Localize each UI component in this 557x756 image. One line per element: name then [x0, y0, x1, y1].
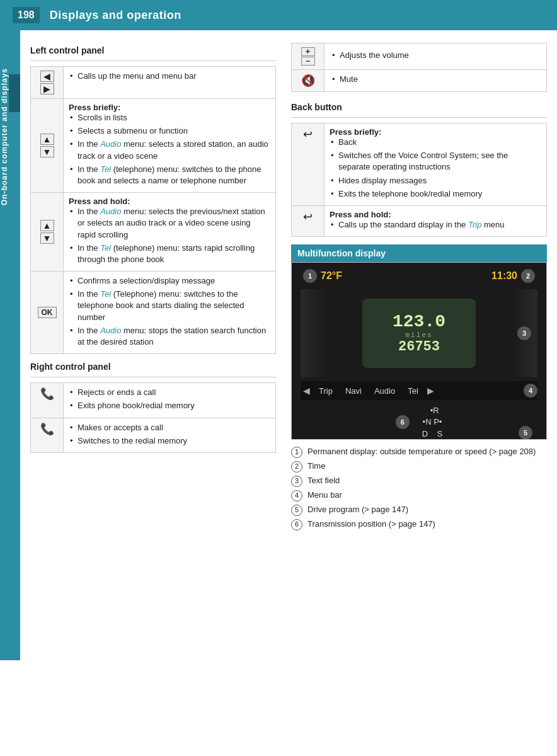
- up-arrow-icon-1: ▲: [40, 134, 54, 145]
- mfd-menu-right-arrow-icon: ▶: [425, 386, 437, 396]
- mute-icon-cell: 🔇: [292, 70, 324, 92]
- list-item: Makes or accepts a call: [69, 422, 270, 433]
- ok-icon: OK: [38, 307, 57, 318]
- mfd-temp: 72°F: [321, 270, 342, 282]
- mfd-circle-1: 1: [303, 269, 317, 283]
- back-button-title: Back button: [291, 102, 547, 112]
- table-row: OK Confirms a selection/display message …: [31, 272, 276, 354]
- mfd-top-bar: 1 72°F 11:30 2: [301, 269, 537, 283]
- list-item: Back: [330, 137, 541, 148]
- mfd-unit: miles: [405, 331, 432, 339]
- table-row: ↩ Press and hold: Calls up the standard …: [292, 205, 547, 236]
- list-item: Adjusts the volume: [331, 50, 540, 61]
- end-call-icon-cell: 📞: [31, 383, 64, 418]
- mfd-gear-letters: •R •N P• D S: [422, 405, 443, 439]
- list-item: Scrolls in lists: [69, 112, 270, 123]
- mfd-bottom-area: 6 •R •N P• D S 5 P54.33-2254-31: [301, 405, 537, 439]
- mfd-menu-audio: Audio: [368, 385, 401, 397]
- right-panel-table: 📞 Rejects or ends a call Exits phone boo…: [30, 382, 276, 453]
- mfd-display-wrapper: 1 72°F 11:30 2: [291, 262, 547, 440]
- press-briefly-label-1: Press briefly:: [69, 103, 270, 112]
- end-call-icon: 📞: [40, 387, 54, 400]
- ok-button-cell: OK: [31, 272, 64, 354]
- left-panel-title: Left control panel: [30, 45, 276, 55]
- press-briefly-label-2: Press briefly:: [330, 127, 541, 137]
- ud-arrow-icon-cell-2: ▲ ▼: [31, 193, 64, 272]
- back-press-briefly-desc: Press briefly: Back Switches off the Voi…: [324, 123, 547, 206]
- back-icon-cell-2: ↩: [292, 205, 324, 236]
- mfd-menu-tel: Tel: [401, 385, 425, 397]
- mfd-circle-6: 6: [396, 415, 410, 429]
- table-row: ▲ ▼ Press and hold: In the Audio menu: s…: [31, 193, 276, 272]
- list-item: Exits phone book/redial memory: [69, 400, 270, 411]
- ok-desc: Confirms a selection/display message In …: [64, 272, 276, 354]
- list-item: Exits the telephone book/redial memory: [330, 188, 541, 200]
- volume-desc: Adjusts the volume: [324, 43, 547, 70]
- table-row: 📞 Rejects or ends a call Exits phone boo…: [31, 383, 276, 418]
- right-column: + − Adjusts the volume 🔇: [291, 43, 547, 648]
- table-row: ↩ Press briefly: Back Switches off the V…: [292, 123, 547, 206]
- press-hold-label-2: Press and hold:: [330, 210, 541, 219]
- main-content: Left control panel ◀ ▶ Calls up the menu…: [20, 30, 557, 660]
- table-row: + − Adjusts the volume: [292, 43, 547, 70]
- left-arrow-icon: ◀: [40, 71, 54, 82]
- end-call-desc: Rejects or ends a call Exits phone book/…: [64, 383, 276, 418]
- legend-num-5: 5: [291, 505, 302, 516]
- list-item: Rejects or ends a call: [69, 387, 270, 398]
- accept-call-icon: 📞: [40, 423, 54, 435]
- list-item: In the Tel (telephone) menu: switches to…: [69, 164, 270, 186]
- list-item: Mute: [331, 74, 540, 85]
- back-icon-cell-1: ↩: [292, 123, 324, 206]
- table-row: ▲ ▼ Press briefly: Scrolls in lists Sele…: [31, 99, 276, 193]
- legend-text-6: Transmission position (> page 147): [307, 518, 435, 530]
- mfd-circle-5: 5: [519, 426, 532, 439]
- legend-item-5: 5 Drive program (> page 147): [291, 504, 547, 516]
- list-item: Switches off the Voice Control System; s…: [330, 150, 541, 173]
- legend-item-1: 1 Permanent display: outside temperature…: [291, 446, 547, 458]
- down-arrow-icon-1: ▼: [40, 146, 54, 158]
- legend-num-6: 6: [291, 519, 302, 530]
- mute-icon: 🔇: [301, 74, 315, 87]
- legend-item-4: 4 Menu bar: [291, 490, 547, 501]
- table-row: 🔇 Mute: [292, 70, 547, 92]
- back-press-hold-desc: Press and hold: Calls up the standard di…: [324, 205, 547, 236]
- plus-icon: +: [301, 47, 315, 56]
- right-arrow-icon: ▶: [40, 83, 54, 94]
- plus-minus-icon: + −: [298, 47, 318, 66]
- accept-call-icon-cell: 📞: [31, 418, 64, 452]
- mfd-legend: 1 Permanent display: outside temperature…: [291, 446, 547, 530]
- mfd-center-area: 123.0 miles 26753 3: [301, 289, 537, 377]
- legend-item-6: 6 Transmission position (> page 147): [291, 518, 547, 530]
- legend-num-1: 1: [291, 447, 302, 458]
- minus-icon: −: [301, 57, 315, 66]
- legend-text-5: Drive program (> page 147): [307, 504, 408, 515]
- mfd-time: 11:30: [491, 270, 517, 282]
- table-row: ◀ ▶ Calls up the menu and menu bar: [31, 67, 276, 99]
- page-number: 198: [13, 7, 40, 23]
- mfd-left-panel: [301, 289, 326, 377]
- volume-icon-cell: + −: [292, 43, 324, 70]
- legend-num-2: 2: [291, 461, 302, 472]
- list-item: Hides display messages: [330, 175, 541, 186]
- volume-table: + − Adjusts the volume 🔇: [291, 43, 547, 92]
- ud-arrow-icon-cell-1: ▲ ▼: [31, 99, 64, 193]
- legend-item-3: 3 Text field: [291, 475, 547, 487]
- back-button-table: ↩ Press briefly: Back Switches off the V…: [291, 123, 547, 237]
- side-tab-accent: [9, 74, 20, 112]
- press-hold-label-1: Press and hold:: [69, 197, 270, 206]
- page-title: Displays and operation: [50, 9, 181, 22]
- back-icon-2: ↩: [303, 210, 313, 223]
- list-item: Calls up the menu and menu bar: [69, 71, 270, 82]
- mfd-circle-2: 2: [521, 269, 535, 283]
- list-item: Selects a submenu or function: [69, 125, 270, 137]
- mfd-menu-left-arrow-icon: ◀: [301, 386, 313, 396]
- mfd-odometer: 26753: [398, 339, 440, 355]
- list-item: Calls up the standard display in the Tri…: [330, 219, 541, 231]
- mfd-inner-screen: 123.0 miles 26753: [362, 299, 476, 368]
- lr-arrow-icon-cell: ◀ ▶: [31, 67, 64, 99]
- list-item: In the Audio menu: selects a stored stat…: [69, 139, 270, 161]
- list-item: In the Tel (telephone) menu: starts rapi…: [69, 243, 270, 265]
- mfd-menu-trip: Trip: [313, 385, 339, 397]
- list-item: In the Tel (Telephone) menu: switches to…: [69, 289, 270, 323]
- accept-call-desc: Makes or accepts a call Switches to the …: [64, 418, 276, 452]
